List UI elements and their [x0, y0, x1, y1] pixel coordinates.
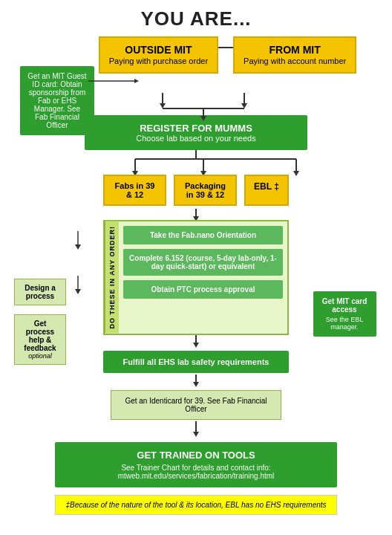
- packaging-box: Packaging in 39 & 12: [174, 175, 237, 206]
- svg-marker-32: [193, 432, 199, 437]
- svg-marker-20: [293, 171, 299, 176]
- identicard-box: Get an Identicard for 39. See Fab Financ…: [111, 390, 281, 420]
- svg-marker-22: [75, 244, 81, 250]
- trained-arrow-svg: [192, 421, 200, 436]
- get-trained-box: GET TRAINED ON TOOLS See Trainer Chart f…: [55, 442, 337, 487]
- trained-sub: See Trainer Chart for details and contac…: [65, 464, 327, 480]
- center-mid-arrow-svg: [192, 335, 200, 346]
- svg-marker-12: [134, 79, 139, 83]
- main-layout: YOU ARE... Get an MIT Guest ID card: Obt…: [7, 7, 385, 515]
- svg-marker-6: [241, 103, 247, 108]
- from-mit-box: FROM MIT Paying with account number: [233, 36, 356, 74]
- svg-marker-28: [193, 343, 199, 348]
- ehs-box: Fulfill all EHS lab safety requirements: [103, 351, 289, 373]
- center-column: DO THESE IN ANY ORDER! Take the Fab.nano…: [85, 209, 307, 420]
- right-side: Get MIT card access See the EBL manager.: [311, 209, 378, 420]
- order-item-1: Take the Fab.nano Orientation: [123, 226, 283, 244]
- any-order-label: DO THESE IN ANY ORDER!: [105, 221, 119, 334]
- order-item-3: Obtain PTC process approval: [123, 280, 283, 299]
- footnote: ‡Because of the nature of the tool & its…: [55, 495, 337, 515]
- ebl-box: EBL ‡: [244, 175, 289, 206]
- outside-mit-box: OUTSIDE MIT Paying with purchase order: [99, 36, 218, 74]
- process-help-box: Get process help & feedback optional: [14, 314, 66, 365]
- design-process-box: Design a process: [14, 279, 66, 305]
- ebl-access-box: Get MIT card access See the EBL manager.: [313, 291, 376, 337]
- svg-marker-24: [75, 289, 81, 294]
- svg-marker-4: [160, 103, 166, 108]
- register-box: REGISTER FOR MUMMS Choose lab based on y…: [85, 115, 307, 150]
- fabs-box: Fabs in 39 & 12: [103, 175, 166, 206]
- left-side-boxes: Design a process Get process help & feed…: [14, 209, 66, 420]
- left-arrows-svg: [71, 209, 85, 320]
- any-order-wrapper: DO THESE IN ANY ORDER! Take the Fab.nano…: [103, 220, 289, 335]
- guest-id-box: Get an MIT Guest ID card: Obtain sponsor…: [20, 66, 94, 135]
- page-title: YOU ARE...: [140, 7, 251, 30]
- any-order-items: Take the Fab.nano Orientation Complete 6…: [119, 221, 287, 334]
- center-bot-arrow-svg: [192, 374, 200, 386]
- svg-marker-30: [193, 382, 199, 387]
- center-top-arrow-svg: [192, 209, 200, 220]
- order-item-2: Complete 6.152 (course, 5-day lab-only, …: [123, 249, 283, 276]
